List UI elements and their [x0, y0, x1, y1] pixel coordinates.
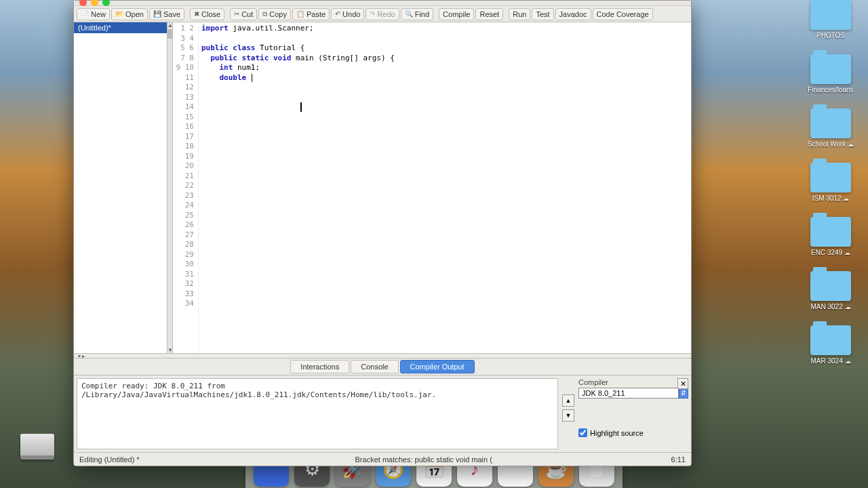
hdd-icon[interactable]	[20, 434, 54, 460]
cloud-icon: ☁	[844, 249, 850, 256]
status-bracket: Bracket matches: public static void main…	[355, 455, 492, 464]
folder-label: MAR 3024 ☁	[810, 357, 850, 365]
open-icon: 📂	[115, 10, 123, 18]
cloud-icon: ☁	[845, 304, 851, 310]
desktop-folder[interactable]: School Work ☁	[800, 108, 861, 148]
desktop-folder[interactable]: MAN 3022 ☁	[800, 271, 861, 310]
javadoc-label: Javadoc	[559, 10, 587, 18]
tab-interactions[interactable]: Interactions	[290, 360, 349, 373]
reset-label: Reset	[479, 10, 499, 18]
bottom-panel: Compiler ready: JDK 8.0_211 from /Librar…	[74, 375, 691, 452]
cut-icon: ✂	[234, 10, 239, 18]
scroll-up-icon[interactable]: ▲	[167, 22, 172, 28]
undo-button[interactable]: ↶Undo	[331, 8, 364, 20]
titlebar[interactable]	[74, 1, 691, 6]
minimize-window-icon[interactable]	[91, 0, 98, 6]
find-button[interactable]: 🔍Find	[401, 8, 433, 20]
cloud-icon: ☁	[843, 195, 849, 202]
scroll-down-icon[interactable]: ▼	[167, 347, 172, 353]
reset-button[interactable]: Reset	[475, 8, 503, 20]
desktop-folder[interactable]: MAR 3024 ☁	[800, 325, 861, 365]
dropdown-icon[interactable]: ⇵	[679, 388, 688, 399]
folder-label: ENC 3249 ☁	[811, 249, 850, 256]
tab-console[interactable]: Console	[351, 360, 398, 373]
compile-button[interactable]: Compile	[439, 8, 474, 20]
redo-label: Redo	[377, 10, 395, 18]
open-button[interactable]: 📂Open	[111, 8, 148, 20]
close-icon: ✖	[194, 10, 199, 18]
compiler-label: Compiler	[578, 378, 608, 386]
paste-label: Paste	[307, 10, 326, 18]
undo-label: Undo	[342, 10, 360, 18]
new-button[interactable]: 📄New	[77, 8, 110, 20]
folder-label: School Work ☁	[808, 140, 854, 148]
bottom-tabs: Interactions Console Compiler Output	[74, 359, 691, 375]
compiler-select[interactable]: ⇵	[578, 388, 688, 399]
paste-button[interactable]: 📋Paste	[292, 8, 330, 20]
close-label: Close	[201, 10, 220, 18]
folder-icon	[810, 325, 851, 355]
undo-icon: ↶	[335, 10, 340, 18]
next-error-button[interactable]: ▼	[562, 409, 574, 422]
close-window-icon[interactable]	[79, 0, 87, 6]
copy-icon: ⧉	[262, 10, 267, 18]
paste-icon: 📋	[296, 10, 304, 18]
highlight-source-label: Highlight source	[590, 429, 644, 437]
folder-label: PHOTOS	[816, 32, 845, 39]
code-editor[interactable]: 1 2 3 4 5 6 7 8 9 10 11 12 13 14 15 16 1…	[173, 22, 691, 353]
cloud-icon: ☁	[845, 358, 851, 365]
status-left: Editing (Untitled) *	[79, 455, 140, 464]
mouse-ibeam-icon	[300, 102, 302, 112]
folder-icon	[810, 108, 851, 138]
test-label: Test	[536, 10, 549, 18]
folder-label: Finances/loans	[808, 86, 853, 94]
test-button[interactable]: Test	[532, 8, 553, 20]
save-label: Save	[163, 10, 180, 18]
copy-button[interactable]: ⧉Copy	[258, 8, 291, 20]
prev-error-button[interactable]: ▲	[562, 394, 574, 407]
maximize-window-icon[interactable]	[102, 0, 110, 6]
folder-label: MAN 3022 ☁	[810, 303, 850, 310]
run-button[interactable]: Run	[509, 8, 530, 20]
find-label: Find	[415, 10, 429, 18]
compiler-output[interactable]: Compiler ready: JDK 8.0_211 from /Librar…	[77, 378, 558, 449]
folder-icon	[810, 217, 851, 247]
desktop-folder[interactable]: ISM 3012 ☁	[800, 163, 861, 202]
cloud-icon: ☁	[848, 141, 854, 148]
file-tab[interactable]: (Untitled)*	[74, 22, 167, 33]
folder-icon	[810, 0, 851, 30]
find-icon: 🔍	[405, 10, 413, 18]
tab-compiler-output[interactable]: Compiler Output	[400, 360, 475, 373]
file-scrollbar[interactable]: ▲ ▼	[167, 22, 173, 353]
cut-button[interactable]: ✂Cut	[230, 8, 257, 20]
line-gutter: 1 2 3 4 5 6 7 8 9 10 11 12 13 14 15 16 1…	[173, 22, 199, 353]
toolbar: 📄New 📂Open 💾Save ✖Close ✂Cut ⧉Copy 📋Past…	[74, 6, 691, 22]
coverage-label: Code Coverage	[597, 10, 649, 18]
compile-label: Compile	[443, 10, 470, 18]
folder-icon	[810, 163, 851, 192]
new-label: New	[91, 10, 106, 18]
desktop-folder[interactable]: Finances/loans	[800, 54, 861, 94]
highlight-source-checkbox[interactable]	[578, 428, 587, 437]
scroll-thumb[interactable]	[167, 29, 172, 39]
javadoc-button[interactable]: Javadoc	[555, 8, 591, 20]
status-position: 6:11	[671, 455, 686, 464]
save-button[interactable]: 💾Save	[149, 8, 184, 20]
compiler-value[interactable]	[578, 388, 679, 399]
code-area[interactable]: import java.util.Scanner; public class T…	[199, 22, 691, 353]
close-button[interactable]: ✖Close	[190, 8, 224, 20]
compiler-panel: ✕ Compiler ⇵ Highlight source	[576, 375, 691, 452]
coverage-button[interactable]: Code Coverage	[593, 8, 653, 20]
open-label: Open	[125, 10, 144, 18]
save-icon: 💾	[153, 10, 161, 18]
file-list: (Untitled)*	[74, 22, 167, 353]
copy-label: Copy	[269, 10, 287, 18]
folder-icon	[810, 271, 851, 301]
splitter-handle[interactable]: ▾ ▸	[74, 353, 691, 359]
close-panel-button[interactable]: ✕	[677, 378, 688, 389]
nav-controls: ▲ ▼	[561, 375, 576, 452]
redo-button[interactable]: ↷Redo	[366, 8, 399, 20]
desktop-folder[interactable]: ENC 3249 ☁	[800, 217, 861, 256]
desktop-folders: PHOTOS Finances/loans School Work ☁ ISM …	[800, 0, 861, 380]
desktop-folder[interactable]: PHOTOS	[800, 0, 861, 39]
